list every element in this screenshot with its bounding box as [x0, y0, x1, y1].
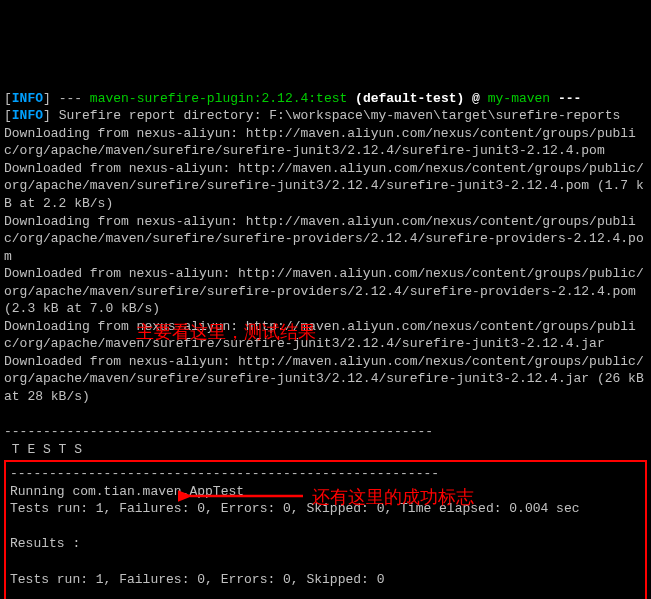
separator: ----------------------------------------…	[10, 466, 439, 481]
surefire-dir: ] Surefire report directory: F:\workspac…	[43, 108, 620, 123]
download-line: Downloading from nexus-aliyun: http://ma…	[4, 126, 636, 159]
log-level: INFO	[12, 108, 43, 123]
annotation-tests: 主要看这里，测试结果	[136, 320, 316, 344]
download-line: Downloading from nexus-aliyun: http://ma…	[4, 214, 644, 264]
tests-result-box: ----------------------------------------…	[4, 460, 647, 599]
download-line: Downloading from nexus-aliyun: http://ma…	[4, 319, 636, 352]
downloaded-line: Downloaded from nexus-aliyun: http://mav…	[4, 266, 644, 316]
project-name: my-maven	[488, 91, 550, 106]
bracket: [	[4, 91, 12, 106]
downloaded-line: Downloaded from nexus-aliyun: http://mav…	[4, 354, 651, 404]
test-summary: Tests run: 1, Failures: 0, Errors: 0, Sk…	[10, 572, 384, 587]
running-test: Running com.tian.maven.AppTest	[10, 484, 244, 499]
terminal-output: [INFO] --- maven-surefire-plugin:2.12.4:…	[4, 72, 647, 599]
results-label: Results :	[10, 536, 80, 551]
downloaded-line: Downloaded from nexus-aliyun: http://mav…	[4, 161, 644, 211]
plugin-name: maven-surefire-plugin:2.12.4:test	[90, 91, 347, 106]
annotation-success: 还有这里的成功标志	[312, 485, 474, 509]
tests-header: T E S T S	[4, 442, 82, 457]
test-summary: Tests run: 1, Failures: 0, Errors: 0, Sk…	[10, 501, 580, 516]
separator: ----------------------------------------…	[4, 424, 433, 439]
log-level: INFO	[12, 91, 43, 106]
